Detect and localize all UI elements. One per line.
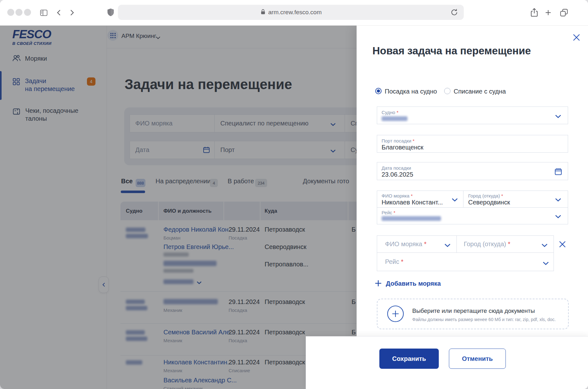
chevron-down-icon (444, 243, 450, 248)
share-icon[interactable] (530, 8, 539, 19)
add-seafarer-label: Добавить моряка (386, 280, 441, 287)
boarding-port-input[interactable]: Порт посадки * Благовещенск (377, 135, 568, 153)
drawer-title: Новая задача на перемещение (372, 45, 531, 57)
seafarer-voyage-select[interactable]: Рейс * (377, 207, 568, 224)
seafarer2-voyage-select[interactable]: Рейс * (377, 252, 554, 271)
url-bar[interactable]: arm.crew.fesco.com (118, 5, 464, 20)
remove-seafarer-icon[interactable] (559, 241, 566, 249)
new-task-drawer: Новая задача на перемещение Посадка на с… (357, 25, 588, 389)
upload-plus-icon (387, 305, 404, 324)
save-button[interactable]: Сохранить (379, 349, 439, 369)
cancel-button[interactable]: Отменить (449, 349, 506, 369)
ship-select[interactable]: Судно * (377, 106, 568, 124)
app-content: FESCO В СВОЕЙ СТИХИИ Моряки Задачи на пе… (0, 25, 588, 389)
url-text: arm.crew.fesco.com (268, 9, 322, 16)
chevron-down-icon (452, 197, 458, 203)
seafarer2-fio-select[interactable]: ФИО моряка * (377, 235, 457, 253)
radio-onboard-label[interactable]: Посадка на судно (385, 88, 437, 95)
seafarer-fio-select[interactable]: ФИО моряка * Николаев Констант... (377, 191, 463, 208)
dropzone-hint: Файлы должны иметь размер менее 60 Мб и … (412, 317, 556, 322)
lock-icon (260, 9, 266, 16)
forward-icon[interactable] (68, 9, 75, 17)
voyage-value-blurred (382, 216, 441, 221)
radio-writeoff[interactable] (444, 88, 450, 94)
dropzone-title: Выберите или перетащите сюда документы (412, 307, 535, 314)
seafarer-city-value: Северодвинск (468, 199, 510, 206)
close-icon[interactable] (573, 34, 580, 42)
traffic-light-minimize[interactable] (15, 9, 22, 16)
radio-onboard[interactable] (375, 88, 382, 94)
browser-window: arm.crew.fesco.com FESCO В СВОЕЙ СТИХИИ … (0, 0, 588, 389)
boarding-date-label: Дата посадки (382, 165, 411, 171)
chevron-down-icon (555, 197, 561, 203)
drawer-footer: Сохранить Отменить (306, 336, 588, 389)
back-icon[interactable] (56, 9, 63, 17)
browser-chrome: arm.crew.fesco.com (0, 0, 588, 26)
boarding-date-input[interactable]: Дата посадки 23.06.2025 (377, 162, 568, 180)
seafarer2-city-select[interactable]: Город (откуда) * (456, 235, 554, 253)
document-dropzone[interactable]: Выберите или перетащите сюда документы Ф… (377, 299, 569, 329)
add-seafarer-button[interactable]: Добавить моряка (375, 280, 441, 288)
boarding-date-value: 23.06.2025 (382, 171, 413, 178)
boarding-port-value: Благовещенск (382, 144, 423, 151)
traffic-light-zoom[interactable] (24, 9, 31, 16)
plus-icon (375, 280, 382, 288)
tabs-overview-icon[interactable] (560, 8, 568, 18)
traffic-light-close[interactable] (7, 9, 14, 16)
reload-icon[interactable] (450, 8, 458, 18)
chevron-down-icon (555, 114, 561, 119)
seafarer-city-select[interactable]: Город (откуда) * Северодвинск (463, 191, 568, 208)
sidebar-toggle-icon[interactable] (40, 9, 48, 18)
privacy-shield-icon[interactable] (107, 8, 114, 18)
radio-writeoff-label[interactable]: Списание с судна (454, 88, 506, 95)
chevron-down-icon (555, 214, 561, 220)
seafarer-fio-value: Николаев Констант... (382, 199, 443, 206)
new-tab-icon[interactable] (544, 9, 552, 18)
modal-overlay[interactable] (0, 25, 357, 389)
chevron-down-icon (543, 261, 549, 266)
calendar-icon[interactable] (554, 167, 562, 177)
chevron-down-icon (542, 243, 548, 248)
ship-value-blurred (382, 116, 407, 121)
